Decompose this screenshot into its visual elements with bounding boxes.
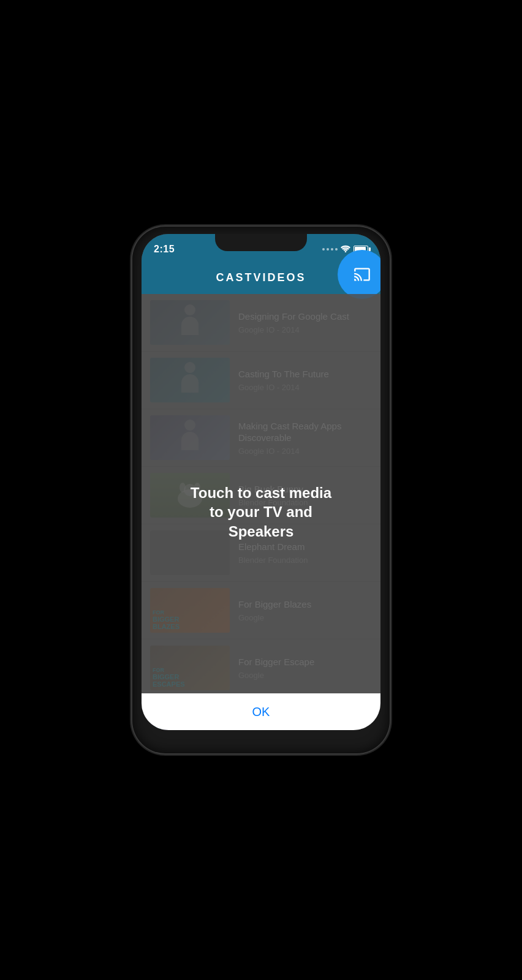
- cast-tooltip-overlay: Touch to cast media to your TV and Speak…: [142, 294, 380, 730]
- header-title: CASTVIDEOS: [216, 271, 306, 284]
- cast-icon: [352, 266, 372, 283]
- phone-notch: [215, 234, 307, 251]
- phone-screen: 2:15: [142, 234, 380, 730]
- svg-point-0: [345, 251, 347, 252]
- wifi-icon: [341, 244, 350, 254]
- home-indicator: [224, 722, 298, 725]
- ok-button[interactable]: OK: [252, 705, 270, 719]
- cast-tooltip-text: Touch to cast media to your TV and Speak…: [175, 471, 347, 553]
- wifi-dots: [322, 248, 338, 251]
- video-list: Designing For Google Cast Google IO - 20…: [142, 294, 380, 730]
- app-header: CASTVIDEOS: [142, 261, 380, 294]
- phone-frame: 2:15: [132, 227, 390, 753]
- status-time: 2:15: [154, 244, 175, 255]
- cast-fab-button[interactable]: [338, 250, 380, 299]
